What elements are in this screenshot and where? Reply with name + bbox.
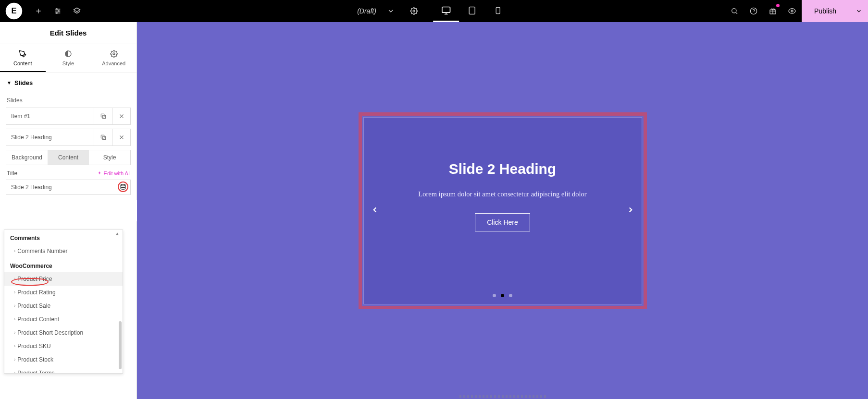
slides-section-header[interactable]: ▼ Slides: [0, 73, 136, 93]
notification-dot-icon: [776, 4, 780, 7]
svg-point-5: [56, 9, 58, 10]
device-desktop-tab[interactable]: [433, 0, 459, 22]
inner-tab-content[interactable]: Content: [48, 150, 89, 165]
title-field-label: Title: [7, 170, 17, 177]
duplicate-item-button[interactable]: [94, 129, 112, 145]
sidebar-title: Edit Slides: [0, 22, 136, 44]
dynamic-tag-label: Product Sale: [17, 302, 50, 309]
slide-heading: Slide 2 Heading: [388, 161, 618, 177]
title-input[interactable]: [6, 180, 131, 195]
edit-with-ai-button[interactable]: Edit with AI: [97, 170, 130, 176]
dynamic-tag-item[interactable]: ›Product SKU: [4, 339, 123, 353]
dynamic-tag-label: Product SKU: [17, 343, 50, 350]
slide-item-row[interactable]: Item #1: [6, 108, 131, 125]
dynamic-tag-item[interactable]: ›Product Sale: [4, 299, 123, 313]
slide-content: Slide 2 Heading Lorem ipsum dolor sit am…: [363, 117, 642, 304]
publish-options-caret[interactable]: [849, 0, 868, 22]
duplicate-item-button[interactable]: [94, 108, 112, 124]
help-icon[interactable]: [744, 0, 763, 22]
svg-point-24: [791, 10, 793, 12]
svg-rect-13: [469, 7, 475, 14]
dynamic-group-title: Comments: [4, 230, 123, 244]
inner-tab-style[interactable]: Style: [89, 150, 130, 165]
dynamic-tag-label: Product Short Description: [17, 329, 83, 336]
tab-advanced[interactable]: Advanced: [91, 44, 136, 72]
title-field-row: Title Edit with AI: [7, 170, 130, 177]
dynamic-tags-dropdown: ▲ Comments ›Comments Number WooCommerce …: [4, 230, 123, 374]
sidebar-main-tabs: Content Style Advanced: [0, 44, 136, 73]
editor-sidebar: Edit Slides Content Style Advanced ▼ Sli…: [0, 22, 137, 399]
dynamic-tags-scroll[interactable]: Comments ›Comments Number WooCommerce ›P…: [4, 230, 123, 374]
slide-item-label: Slide 2 Heading: [6, 129, 94, 145]
publish-button[interactable]: Publish: [802, 0, 849, 22]
svg-point-7: [56, 12, 58, 14]
dynamic-tag-label: Product Stock: [17, 356, 53, 363]
slide-dot[interactable]: [509, 294, 512, 297]
slide-item-row[interactable]: Slide 2 Heading: [6, 129, 131, 146]
dynamic-tag-item[interactable]: ›Product Stock: [4, 353, 123, 366]
dynamic-group-title: WooCommerce: [4, 258, 123, 272]
dynamic-tag-item[interactable]: ›Product Short Description: [4, 326, 123, 339]
device-mobile-tab[interactable]: [485, 0, 511, 22]
responsive-device-tabs: [433, 0, 511, 22]
dynamic-tag-item[interactable]: ›Product Rating: [4, 286, 123, 299]
slides-repeater-label: Slides: [7, 97, 130, 104]
dynamic-tag-label: Comments Number: [17, 248, 67, 254]
svg-point-6: [58, 11, 60, 12]
caret-down-icon: ▼: [7, 80, 12, 85]
svg-rect-10: [442, 7, 450, 12]
device-tablet-tab[interactable]: [459, 0, 485, 22]
dynamic-tags-button[interactable]: [118, 181, 128, 192]
svg-point-35: [121, 184, 125, 186]
finder-search-icon[interactable]: [725, 0, 744, 22]
tab-style-label: Style: [62, 60, 74, 66]
slide-description: Lorem ipsum dolor sit amet consectetur a…: [388, 189, 618, 200]
tab-content-label: Content: [13, 60, 32, 66]
add-widget-button[interactable]: [29, 0, 48, 22]
dynamic-tag-label: Product Terms: [17, 370, 54, 374]
canvas-resize-handle[interactable]: [459, 395, 546, 398]
dynamic-tag-item[interactable]: ›Product Content: [4, 313, 123, 326]
tab-advanced-label: Advanced: [102, 60, 125, 66]
top-bar: E (Draft): [0, 0, 868, 22]
slide-inner-tabs: Background Content Style: [6, 150, 131, 165]
page-settings-gear-icon[interactable]: [404, 0, 423, 22]
dynamic-tag-label: Product Content: [17, 316, 59, 323]
scrollbar-thumb[interactable]: [119, 321, 122, 369]
svg-point-17: [732, 9, 736, 13]
document-status-label: (Draft): [357, 7, 376, 15]
tab-content[interactable]: Content: [0, 44, 46, 72]
slides-section-body: Slides Item #1 Slide 2 Heading: [0, 93, 136, 195]
dynamic-tag-label: Product Rating: [17, 289, 55, 296]
remove-item-button[interactable]: [112, 108, 130, 124]
svg-line-18: [736, 12, 737, 14]
svg-point-9: [413, 10, 415, 12]
svg-rect-15: [496, 7, 500, 13]
settings-sliders-icon[interactable]: [48, 0, 67, 22]
dynamic-tag-item[interactable]: ›Product Terms: [4, 366, 123, 374]
slides-widget-selected[interactable]: Slide 2 Heading Lorem ipsum dolor sit am…: [359, 112, 647, 309]
dynamic-tag-item[interactable]: ›Comments Number: [4, 244, 123, 258]
slide-next-arrow[interactable]: [622, 201, 639, 221]
slide-cta-button[interactable]: Click Here: [475, 213, 530, 231]
top-bar-center: (Draft): [357, 0, 511, 22]
preview-canvas[interactable]: Slide 2 Heading Lorem ipsum dolor sit am…: [137, 22, 868, 399]
main-area: Edit Slides Content Style Advanced ▼ Sli…: [0, 22, 868, 399]
preview-eye-icon[interactable]: [782, 0, 802, 22]
chevron-down-icon[interactable]: [381, 0, 400, 22]
tab-style[interactable]: Style: [46, 44, 91, 72]
remove-item-button[interactable]: [112, 129, 130, 145]
slide-dot-active[interactable]: [501, 294, 504, 297]
svg-point-26: [113, 53, 115, 55]
top-bar-left: E: [0, 0, 87, 22]
slide-dot[interactable]: [493, 294, 496, 297]
structure-layers-icon[interactable]: [67, 0, 87, 22]
whats-new-gift-icon[interactable]: [763, 0, 782, 22]
dynamic-tag-product-price[interactable]: ›Product Price: [4, 272, 123, 286]
title-input-wrap: [6, 180, 131, 195]
inner-tab-background[interactable]: Background: [6, 150, 48, 165]
scroll-up-caret-icon[interactable]: ▲: [115, 231, 120, 236]
elementor-logo[interactable]: E: [6, 3, 23, 20]
slide-prev-arrow[interactable]: [367, 201, 383, 221]
svg-marker-8: [74, 8, 80, 12]
